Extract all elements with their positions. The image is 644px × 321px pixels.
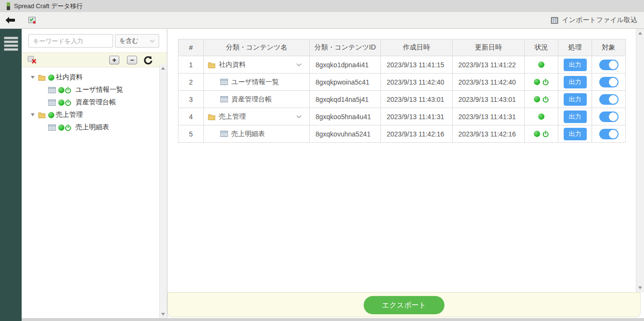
name-cell[interactable]: 社内資料: [204, 56, 310, 74]
match-mode-value: を含む: [119, 37, 139, 45]
power-icon: [542, 130, 549, 137]
sidebar: を含む + − 社内資料ユーザ情報一: [22, 29, 167, 318]
nav-strip: [0, 29, 22, 321]
name-cell[interactable]: 売上管理: [204, 108, 310, 125]
updated-cell: 2023/9/13 11:43:01: [453, 91, 525, 108]
export-button[interactable]: エクスポート: [364, 296, 444, 314]
created-cell: 2023/9/13 11:42:40: [381, 74, 453, 91]
import-file-button[interactable]: インポートファイル取込: [551, 16, 637, 25]
tree-item[interactable]: 売上管理: [22, 109, 156, 121]
column-header[interactable]: 分類・コンテンツ名: [204, 39, 310, 56]
sheet-icon: [48, 99, 56, 106]
column-header[interactable]: 分類・コンテンツID: [310, 39, 381, 56]
toolbar: インポートファイル取込: [0, 12, 644, 29]
tree-item[interactable]: 社内資料: [22, 71, 156, 84]
chevron-down-icon[interactable]: [296, 63, 302, 67]
power-icon: [542, 96, 549, 103]
search-input[interactable]: [28, 34, 113, 48]
scroll-down-icon[interactable]: [638, 286, 642, 289]
content-name: ユーザ情報一覧: [231, 78, 279, 86]
expander-icon[interactable]: [31, 76, 35, 79]
row-number: 4: [178, 108, 204, 125]
target-cell: [592, 74, 626, 91]
name-cell[interactable]: ユーザ情報一覧: [204, 74, 310, 91]
output-button[interactable]: 出力: [564, 59, 587, 71]
sheet-icon: [48, 124, 56, 131]
action-cell: 出力: [558, 125, 592, 143]
tree-item-label: 資産管理台帳: [76, 98, 116, 107]
target-cell: [592, 125, 626, 143]
sheet-icon: [220, 96, 228, 102]
match-mode-select[interactable]: を含む: [115, 34, 159, 48]
tree-toolbar: + −: [22, 52, 167, 67]
status-cell: [525, 91, 558, 108]
clear-selection-icon[interactable]: [27, 56, 37, 64]
target-toggle[interactable]: [599, 77, 619, 87]
main-panel: #分類・コンテンツ名分類・コンテンツID作成日時更新日時状況処理対象 1社内資料…: [167, 29, 644, 318]
scroll-down-icon[interactable]: [161, 313, 165, 316]
content-id-cell: 8gxqkpwoina5c41: [310, 74, 381, 91]
status-active-icon: [534, 131, 540, 137]
horizontal-scrollbar[interactable]: [22, 318, 644, 321]
content-name: 売上管理: [219, 112, 246, 121]
sidebar-scrollbar[interactable]: [159, 64, 167, 318]
target-toggle[interactable]: [599, 60, 619, 70]
target-toggle[interactable]: [599, 111, 619, 122]
tree-item[interactable]: 売上明細表: [22, 121, 156, 134]
status-active-icon: [58, 99, 64, 106]
updated-cell: 2023/9/13 11:42:16: [453, 125, 525, 143]
tree-item[interactable]: 資産管理台帳: [22, 96, 156, 109]
expander-icon[interactable]: [31, 113, 35, 116]
output-button[interactable]: 出力: [564, 76, 587, 88]
table-body: 1社内資料8gxqko1dpna4i412023/9/13 11:41:1520…: [178, 56, 626, 143]
target-toggle[interactable]: [599, 94, 619, 105]
refresh-icon[interactable]: [144, 56, 152, 64]
expand-all-button[interactable]: +: [109, 56, 119, 64]
table-row: 5売上明細表8gxqkovuhna52412023/9/13 11:42:162…: [178, 125, 626, 143]
content-tree: 社内資料ユーザ情報一覧資産管理台帳売上管理売上明細表: [22, 71, 156, 134]
search-row: を含む: [22, 29, 167, 52]
action-cell: 出力: [558, 91, 592, 108]
toggle-knob: [609, 95, 618, 104]
status-active-icon: [538, 62, 544, 68]
updated-cell: 2023/9/13 11:41:22: [453, 56, 525, 74]
name-cell[interactable]: 売上明細表: [204, 125, 310, 143]
chevron-down-icon[interactable]: [296, 115, 302, 119]
status-active-icon: [48, 74, 54, 81]
tree-item-label: ユーザ情報一覧: [76, 86, 123, 94]
column-header[interactable]: 対象: [592, 39, 626, 56]
content-id-cell: 8gxqkovuhna5241: [310, 125, 381, 143]
column-header[interactable]: 作成日時: [381, 39, 453, 56]
main-scrollbar[interactable]: [636, 29, 644, 292]
scroll-up-icon[interactable]: [638, 32, 642, 35]
status-active-icon: [58, 124, 64, 131]
name-cell[interactable]: 資産管理台帳: [204, 91, 310, 108]
import-icon: [551, 17, 559, 24]
menu-icon[interactable]: [4, 37, 18, 51]
sheet-check-icon[interactable]: [28, 16, 37, 24]
app-window: Spread Craft データ移行 インポートファイル取込: [0, 0, 644, 321]
created-cell: 2023/9/13 11:41:31: [381, 108, 453, 125]
tree-item[interactable]: ユーザ情報一覧: [22, 84, 156, 96]
updated-cell: 2023/9/13 11:42:40: [453, 74, 525, 91]
output-button[interactable]: 出力: [564, 93, 587, 106]
column-header[interactable]: #: [178, 39, 204, 56]
created-cell: 2023/9/13 11:41:15: [381, 56, 453, 74]
status-active-icon: [538, 113, 544, 120]
column-header[interactable]: 処理: [558, 39, 592, 56]
status-cell: [525, 56, 558, 74]
sheet-icon: [220, 131, 228, 137]
target-toggle[interactable]: [599, 129, 619, 139]
table-row: 1社内資料8gxqko1dpna4i412023/9/13 11:41:1520…: [178, 56, 626, 74]
output-button[interactable]: 出力: [564, 128, 587, 140]
status-cell: [525, 108, 558, 125]
output-button[interactable]: 出力: [564, 111, 587, 123]
table-row: 2ユーザ情報一覧8gxqkpwoina5c412023/9/13 11:42:4…: [178, 74, 626, 91]
collapse-all-button[interactable]: −: [127, 56, 137, 64]
folder-icon: [38, 74, 46, 81]
back-button[interactable]: [5, 16, 15, 24]
scroll-up-icon[interactable]: [161, 67, 165, 70]
toggle-knob: [609, 78, 618, 86]
column-header[interactable]: 状況: [525, 39, 558, 56]
column-header[interactable]: 更新日時: [453, 39, 525, 56]
